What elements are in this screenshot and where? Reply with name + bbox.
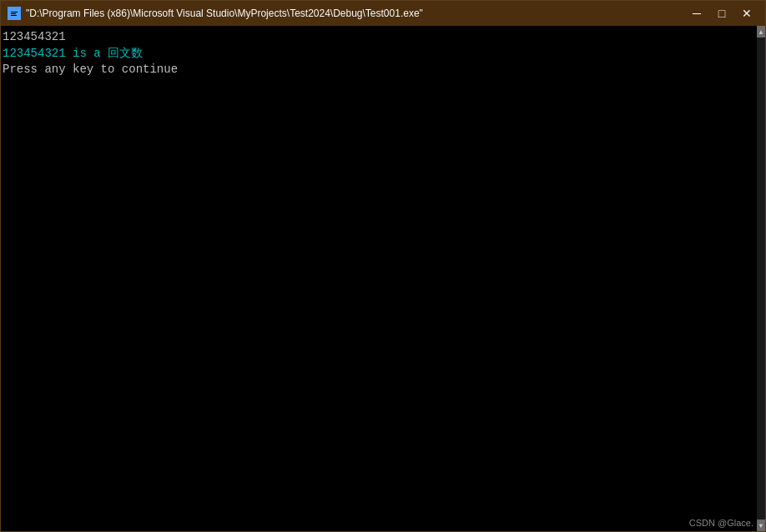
- scrollbar-down-arrow[interactable]: ▼: [757, 519, 765, 531]
- watermark: CSDN @Glace.: [689, 518, 753, 528]
- title-bar: "D:\Program Files (x86)\Microsoft Visual…: [1, 1, 765, 26]
- svg-rect-2: [11, 13, 16, 14]
- close-button[interactable]: ✕: [735, 4, 758, 23]
- scrollbar[interactable]: ▲ ▼: [757, 26, 765, 531]
- window-title: "D:\Program Files (x86)\Microsoft Visual…: [26, 8, 423, 19]
- scrollbar-up-arrow[interactable]: ▲: [757, 26, 765, 38]
- window: "D:\Program Files (x86)\Microsoft Visual…: [0, 0, 766, 532]
- app-icon: [8, 7, 21, 20]
- console-body: 123454321 123454321 is a 回文数 Press any k…: [1, 26, 765, 531]
- maximize-button[interactable]: □: [710, 4, 733, 23]
- svg-rect-3: [11, 15, 17, 16]
- console-line-3: Press any key to continue: [3, 62, 763, 78]
- title-bar-left: "D:\Program Files (x86)\Microsoft Visual…: [8, 7, 423, 20]
- scrollbar-track[interactable]: [757, 38, 765, 519]
- svg-rect-1: [11, 12, 18, 13]
- console-line-1: 123454321: [3, 29, 763, 46]
- console-line-2: 123454321 is a 回文数: [3, 46, 763, 63]
- minimize-button[interactable]: ─: [685, 4, 708, 23]
- window-controls: ─ □ ✕: [685, 4, 758, 23]
